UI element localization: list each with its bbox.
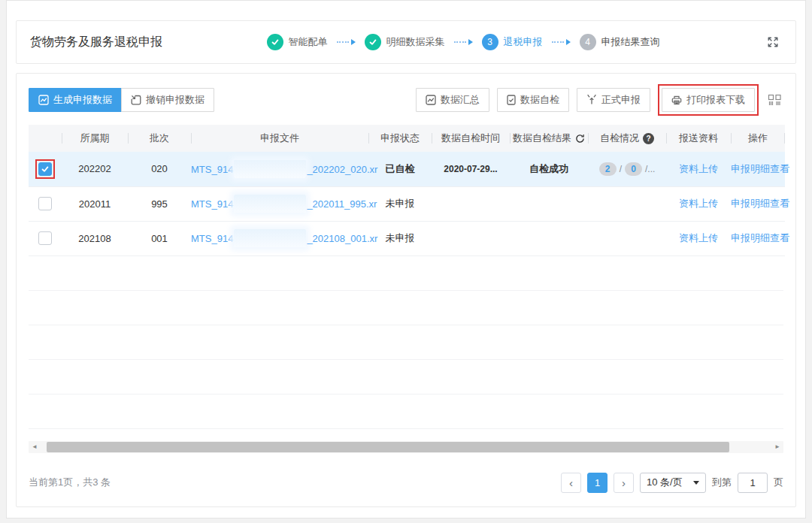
step-connector-arrow [454, 39, 473, 45]
fullscreen-expand-icon[interactable] [764, 33, 782, 51]
chart-icon [426, 95, 436, 105]
header-declare-file: 申报文件 [191, 125, 368, 152]
step-detail-data-collection[interactable]: 明细数据采集 [365, 34, 445, 50]
cell-self-check-status: 2 / 0 /... [588, 152, 666, 186]
header-self-check-status: 自检情况 ? [588, 125, 666, 152]
count-badge: 0 [625, 162, 642, 176]
pagination-summary: 当前第1页，共3 条 [29, 476, 111, 489]
step-declare-result-query[interactable]: 4 申报结果查询 [580, 34, 660, 50]
toolbar-left-group: 生成申报数据 撤销申报数据 [29, 88, 214, 112]
step-label: 申报结果查询 [601, 35, 660, 49]
header-check-result: 数据自检结果 [510, 125, 588, 152]
scrollbar-thumb[interactable] [47, 442, 729, 452]
data-summary-button[interactable]: 数据汇总 [416, 88, 489, 112]
step-tax-refund-declare[interactable]: 3 退税申报 [482, 34, 543, 50]
declare-detail-view-link[interactable]: 申报明细查看 [731, 163, 789, 174]
step-number-icon: 3 [482, 34, 498, 50]
page-header: 货物劳务及服务退税申报 智能配单 明细数据采集 3 退税申报 [16, 20, 796, 64]
empty-table-rows [29, 256, 783, 429]
step-connector-arrow [337, 39, 356, 45]
scrollbar-track[interactable] [41, 441, 771, 453]
table-row[interactable]: 202108 001 MTS_914_202108_001.xr 未申报 资料上… [29, 221, 785, 255]
chart-icon [38, 95, 49, 105]
header-period: 所属期 [62, 125, 128, 152]
step-number-icon: 4 [580, 34, 596, 50]
material-upload-link[interactable]: 资料上传 [679, 198, 718, 209]
horizontal-scrollbar[interactable]: ◄ ► [29, 441, 783, 453]
next-page-button[interactable]: › [614, 473, 634, 493]
cell-declare-status: 未申报 [368, 186, 432, 221]
data-self-check-button[interactable]: 数据自检 [497, 88, 569, 112]
cancel-declaration-data-button[interactable]: 撤销申报数据 [121, 88, 214, 112]
header-submit-material: 报送资料 [666, 125, 731, 152]
check-circle-icon [365, 34, 381, 50]
cell-declare-file: MTS_914_202108_001.xr [191, 221, 368, 255]
column-settings-icon[interactable] [766, 94, 783, 106]
toolbar: 生成申报数据 撤销申报数据 数据汇总 [29, 84, 783, 116]
check-circle-icon [267, 34, 283, 50]
cell-period: 202108 [62, 221, 128, 255]
step-connector-arrow [552, 39, 571, 45]
declaration-table: 所属期 批次 申报文件 申报状态 数据自检时间 数据自检结果 自检情况 [29, 125, 785, 256]
cell-batch: 001 [128, 221, 191, 255]
annotation-highlight-box: 打印报表下载 [658, 84, 759, 116]
cell-declare-file: MTS_914_202011_995.xr [191, 186, 368, 221]
refresh-icon[interactable] [575, 134, 585, 144]
cell-declare-file: MTS_914_202202_020.xr [191, 152, 368, 186]
print-report-download-button[interactable]: 打印报表下载 [662, 88, 755, 112]
step-label: 智能配单 [289, 35, 328, 49]
step-label: 明细数据采集 [386, 35, 445, 49]
declare-file-link[interactable]: MTS_914_202011_995.xr [191, 198, 377, 210]
header-checkbox-col [29, 125, 62, 152]
pagination: ‹ 1 › 10 条/页 到第 页 [561, 473, 783, 493]
page-number-button[interactable]: 1 [587, 473, 607, 493]
formal-declare-button[interactable]: 正式申报 [577, 88, 650, 112]
help-question-icon[interactable]: ? [643, 133, 654, 144]
row-checkbox[interactable] [38, 197, 52, 210]
cell-check-result: 自检成功 [510, 152, 588, 186]
count-badge: 2 [599, 162, 617, 176]
declare-file-link[interactable]: MTS_914_202108_001.xr [191, 233, 377, 244]
table-row[interactable]: 202202 020 MTS_914_202202_020.xr 已自检 202… [29, 152, 785, 186]
material-upload-link[interactable]: 资料上传 [679, 163, 718, 174]
cell-declare-status: 未申报 [368, 221, 432, 255]
generate-declaration-data-button[interactable]: 生成申报数据 [29, 88, 122, 112]
cell-declare-status: 已自检 [368, 152, 432, 186]
redacted-text-block [234, 229, 306, 247]
table-footer: 当前第1页，共3 条 ‹ 1 › 10 条/页 到第 页 [29, 473, 783, 493]
app-window: 货物劳务及服务退税申报 智能配单 明细数据采集 3 退税申报 [6, 0, 806, 518]
scroll-left-arrow-icon[interactable]: ◄ [29, 441, 41, 453]
document-check-icon [507, 95, 516, 105]
step-label: 退税申报 [504, 35, 543, 49]
header-declare-status: 申报状态 [368, 125, 432, 152]
step-indicator: 智能配单 明细数据采集 3 退税申报 4 申报结果查询 [162, 34, 764, 50]
cell-check-time: 2020-07-29... [432, 152, 510, 186]
header-batch: 批次 [128, 125, 191, 152]
page-size-select[interactable]: 10 条/页 [640, 473, 706, 493]
material-upload-link[interactable]: 资料上传 [679, 232, 718, 243]
annotation-highlight-box [35, 159, 55, 179]
redacted-text-block [234, 195, 306, 213]
row-checkbox[interactable] [38, 231, 52, 245]
redacted-text-block [234, 160, 306, 178]
cell-batch: 995 [128, 186, 191, 221]
cell-period: 202011 [62, 186, 128, 221]
declare-detail-view-link[interactable]: 申报明细查看 [731, 232, 789, 243]
step-smart-matching[interactable]: 智能配单 [267, 34, 328, 50]
table-row[interactable]: 202011 995 MTS_914_202011_995.xr 未申报 资料上… [29, 186, 785, 221]
declare-file-link[interactable]: MTS_914_202202_020.xr [191, 164, 377, 175]
cell-period: 202202 [62, 152, 128, 186]
toolbar-right-group: 数据汇总 数据自检 正式申报 [416, 84, 783, 116]
goto-page-label: 到第 [712, 476, 732, 489]
row-checkbox[interactable] [38, 162, 52, 176]
goto-page-input[interactable] [738, 473, 768, 493]
upload-icon [586, 95, 597, 105]
declare-detail-view-link[interactable]: 申报明细查看 [731, 198, 789, 209]
chevron-down-icon [693, 481, 699, 485]
prev-page-button[interactable]: ‹ [561, 473, 581, 493]
undo-icon [131, 95, 141, 105]
scroll-right-arrow-icon[interactable]: ► [771, 441, 783, 453]
goto-page-unit: 页 [774, 476, 783, 489]
printer-icon [671, 95, 682, 105]
main-panel: 生成申报数据 撤销申报数据 数据汇总 [16, 73, 796, 507]
